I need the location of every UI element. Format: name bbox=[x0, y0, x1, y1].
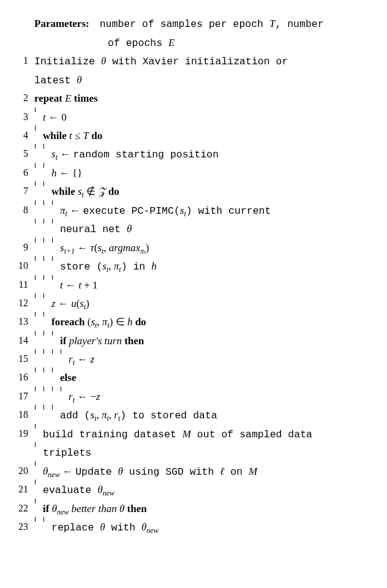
line-5: 5 st ← random starting position bbox=[11, 145, 369, 164]
lineno: 15 bbox=[11, 352, 32, 367]
lineno: 2 bbox=[11, 91, 32, 106]
lineno: 19 bbox=[11, 426, 32, 442]
algorithm-block: Parameters: number of samples per epoch … bbox=[11, 15, 369, 537]
params-label: Parameters: bbox=[34, 18, 89, 29]
line-13: 13 foreach (st, πt) ∈ h do bbox=[11, 313, 369, 331]
text: of epochs bbox=[108, 37, 168, 49]
lineno: 18 bbox=[11, 407, 32, 423]
lineno: 7 bbox=[11, 184, 32, 199]
lineno: 9 bbox=[11, 240, 32, 255]
lineno: 10 bbox=[11, 258, 32, 274]
lineno: 11 bbox=[11, 277, 32, 293]
params-line-1: Parameters: number of samples per epoch … bbox=[11, 15, 369, 34]
line-22: 22 if θnew better than θ then bbox=[11, 500, 369, 518]
var-T: T bbox=[269, 18, 275, 29]
line-11: 11 t ← t + 1 bbox=[11, 276, 369, 295]
line-1: 1 Initialize θ with Xavier initializatio… bbox=[11, 52, 369, 71]
line-7: 7 while st ∉ 𝒵 do bbox=[11, 183, 369, 201]
lineno: 5 bbox=[11, 146, 32, 162]
lineno: 12 bbox=[11, 296, 32, 311]
lineno: 17 bbox=[11, 389, 32, 404]
var-E: E bbox=[168, 37, 175, 48]
line-3: 3 t ← 0 bbox=[11, 108, 369, 127]
line-9: 9 st+1 ← τ(st, argmaxπt) bbox=[11, 239, 369, 257]
line-4: 4 while t ≤ T do bbox=[11, 127, 369, 145]
line-10: 10 store (st, πt) in h bbox=[11, 257, 369, 276]
line-14: 14 if player's turn then bbox=[11, 332, 369, 350]
line-2: 2 repeat E times bbox=[11, 89, 369, 108]
line-12: 12 z ← u(st) bbox=[11, 295, 369, 313]
line-20: 20 θnew ← Update θ using SGD with ℓ on M bbox=[11, 462, 369, 481]
line-15: 15 rt ← z bbox=[11, 350, 369, 369]
line-23: 23 replace θ with θnew bbox=[11, 518, 369, 537]
lineno: 20 bbox=[11, 464, 32, 479]
lineno: 14 bbox=[11, 333, 32, 349]
lineno: 6 bbox=[11, 165, 32, 181]
line-19: 19 build training dataset M out of sampl… bbox=[11, 425, 369, 444]
lineno: 13 bbox=[11, 314, 32, 330]
lineno: 8 bbox=[11, 203, 32, 218]
lineno: 1 bbox=[11, 53, 32, 69]
lineno: 21 bbox=[11, 482, 32, 497]
lineno: 3 bbox=[11, 110, 32, 125]
line-16: 16 else bbox=[11, 369, 369, 387]
line-6: 6 h ← {} bbox=[11, 164, 369, 183]
line-17: 17 rt ← −z bbox=[11, 388, 369, 406]
text: number of samples per epoch bbox=[100, 18, 269, 30]
lineno: 4 bbox=[11, 128, 32, 143]
line-21: 21 evaluate θnew bbox=[11, 481, 369, 500]
text: , number bbox=[275, 18, 323, 30]
params-line-2: of epochs E bbox=[11, 34, 369, 53]
lineno: 16 bbox=[11, 370, 32, 385]
line-8: 8 πt ← execute PC-PIMC(st) with current bbox=[11, 202, 369, 221]
line-8-cont: neural net θ bbox=[11, 220, 369, 239]
lineno: 22 bbox=[11, 501, 32, 516]
line-1-cont: latest θ bbox=[11, 71, 369, 90]
line-18: 18 add (st, πt, rt) to stored data bbox=[11, 406, 369, 425]
lineno: 23 bbox=[11, 519, 32, 535]
line-19-cont: triplets bbox=[11, 443, 369, 462]
